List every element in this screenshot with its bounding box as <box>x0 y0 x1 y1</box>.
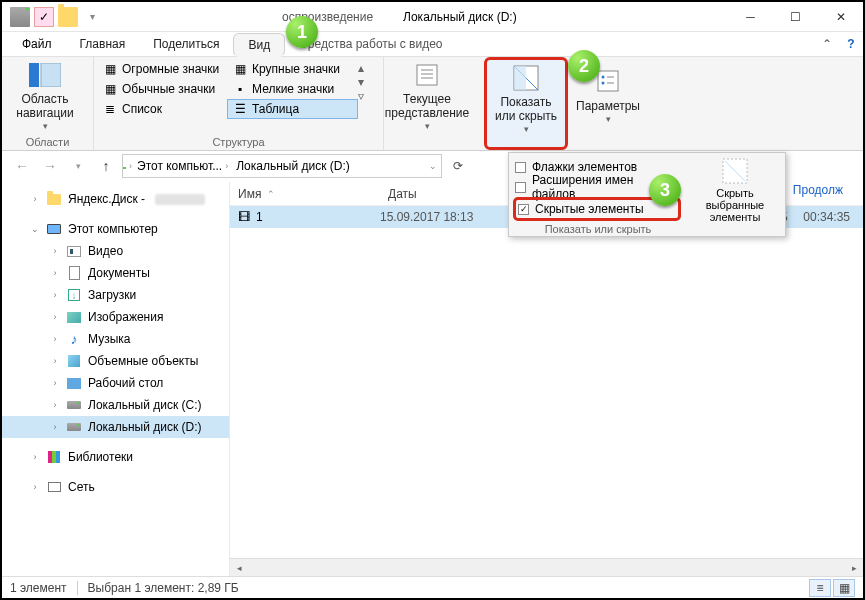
layout-large[interactable]: ▦Крупные значки <box>228 59 358 79</box>
horizontal-scrollbar[interactable]: ◂ ▸ <box>230 558 863 576</box>
layout-details[interactable]: ☰Таблица <box>227 99 358 119</box>
navigation-pane-label: Область навигации <box>6 93 84 121</box>
network-icon <box>46 479 62 495</box>
show-hide-icon <box>510 62 542 93</box>
view-details-button[interactable]: ≡ <box>809 579 831 597</box>
show-hide-dropdown: Флажки элементов Расширения имен файлов … <box>508 152 786 237</box>
navigation-pane-icon <box>29 59 61 90</box>
status-bar: 1 элемент Выбран 1 элемент: 2,89 ГБ ≡ ▦ <box>2 576 863 598</box>
checkbox-icon <box>515 182 526 193</box>
dropdown-group-label: Показать или скрыть <box>509 223 687 235</box>
layout-small[interactable]: ▪Мелкие значки <box>228 79 358 99</box>
crumb-this-pc[interactable]: Этот компьют...› <box>134 159 231 173</box>
qat-newfolder-icon[interactable] <box>58 7 78 27</box>
qat-properties-icon[interactable]: ✓ <box>34 7 54 27</box>
tree-videos[interactable]: ›Видео <box>2 240 229 262</box>
svg-rect-0 <box>29 63 39 87</box>
folder-icon <box>46 191 62 207</box>
library-icon <box>46 449 62 465</box>
scroll-left-icon[interactable]: ◂ <box>230 559 248 577</box>
layout-medium[interactable]: ▦Обычные значки <box>98 79 228 99</box>
svg-point-11 <box>602 82 605 85</box>
drive-icon <box>66 397 82 413</box>
group-layout-label: Структура <box>98 135 379 150</box>
scroll-right-icon[interactable]: ▸ <box>845 559 863 577</box>
layout-extra-large[interactable]: ▦Огромные значки <box>98 59 228 79</box>
grid-icon: ▦ <box>102 81 118 97</box>
qat-dropdown-icon[interactable]: ▾ <box>82 7 102 27</box>
tree-this-pc[interactable]: ⌄Этот компьютер <box>2 218 229 240</box>
help-button[interactable]: ? <box>839 32 863 56</box>
tab-view[interactable]: Вид <box>233 33 285 57</box>
back-button[interactable]: ← <box>10 154 34 178</box>
computer-icon <box>46 221 62 237</box>
tab-file[interactable]: Файл <box>8 32 66 56</box>
file-list-pane: Имя⌃ Даты 🎞1 15.09.2017 18:13 Файл "MTS"… <box>229 182 863 576</box>
download-icon: ↓ <box>66 287 82 303</box>
ribbon: Область навигации ▾ Области ▦Огромные зн… <box>2 57 863 151</box>
current-view-icon <box>411 59 443 90</box>
hide-selected-icon <box>721 157 749 185</box>
tree-documents[interactable]: ›Документы <box>2 262 229 284</box>
svg-rect-1 <box>41 63 61 87</box>
maximize-button[interactable]: ☐ <box>773 2 818 32</box>
annotation-1: 1 <box>286 16 318 48</box>
tree-yandex-disk[interactable]: ›Яндекс.Диск -xxx <box>2 188 229 210</box>
redacted-text: xxx <box>155 194 205 205</box>
address-dropdown-icon[interactable]: ⌄ <box>429 161 437 171</box>
tree-pictures[interactable]: ›Изображения <box>2 306 229 328</box>
checkbox-icon <box>515 162 526 173</box>
tree-desktop[interactable]: ›Рабочий стол <box>2 372 229 394</box>
continue-hint: Продолж <box>793 183 843 197</box>
tree-music[interactable]: ›♪Музыка <box>2 328 229 350</box>
drive-icon <box>66 419 82 435</box>
up-button[interactable]: ↑ <box>94 154 118 178</box>
status-item-count: 1 элемент <box>10 581 67 595</box>
svg-rect-8 <box>598 71 618 91</box>
status-selection: Выбран 1 элемент: 2,89 ГБ <box>88 581 239 595</box>
grid-icon: ▪ <box>232 81 248 97</box>
list-icon: ≣ <box>102 101 118 117</box>
svg-rect-2 <box>417 65 437 85</box>
group-panes-label: Области <box>6 135 89 150</box>
desktop-icon <box>66 375 82 391</box>
checkbox-icon: ✓ <box>518 204 529 215</box>
close-button[interactable]: ✕ <box>818 2 863 32</box>
recent-locations-button[interactable]: ▾ <box>66 154 90 178</box>
address-bar[interactable]: › Этот компьют...› Локальный диск (D:) ⌄ <box>122 154 442 178</box>
tree-3d-objects[interactable]: ›Объемные объекты <box>2 350 229 372</box>
tab-share[interactable]: Поделиться <box>139 32 233 56</box>
forward-button[interactable]: → <box>38 154 62 178</box>
tree-libraries[interactable]: ›Библиотеки <box>2 446 229 468</box>
refresh-button[interactable]: ⟳ <box>446 154 470 178</box>
quick-access-toolbar: ✓ ▾ <box>2 7 102 27</box>
tree-downloads[interactable]: ›↓Загрузки <box>2 284 229 306</box>
annotation-2: 2 <box>568 50 600 82</box>
layout-gallery[interactable]: ▦Огромные значки ▦Крупные значки ▦Обычны… <box>98 59 358 119</box>
hide-selected-button[interactable]: Скрыть выбранные элементы <box>685 153 785 236</box>
col-name[interactable]: Имя⌃ <box>230 187 380 201</box>
table-icon: ☰ <box>232 101 248 117</box>
layout-gallery-scroll[interactable]: ▴▾▿ <box>358 59 372 105</box>
current-view-button[interactable]: Текущее представление▾ <box>388 59 466 131</box>
image-icon <box>66 309 82 325</box>
grid-icon: ▦ <box>232 61 248 77</box>
tab-home[interactable]: Главная <box>66 32 140 56</box>
layout-list[interactable]: ≣Список <box>98 99 227 119</box>
ribbon-tabs: Файл Главная Поделиться Вид Средства раб… <box>2 32 863 57</box>
ribbon-collapse-button[interactable]: ⌃ <box>815 32 839 56</box>
window-title: Локальный диск (D:) <box>373 10 728 24</box>
show-hide-button[interactable]: Показать или скрыть▾ <box>491 62 561 134</box>
svg-point-9 <box>602 76 605 79</box>
crumb-drive-d[interactable]: Локальный диск (D:) <box>233 159 353 173</box>
video-icon <box>66 243 82 259</box>
video-file-icon: 🎞 <box>238 210 250 224</box>
tree-drive-c[interactable]: ›Локальный диск (C:) <box>2 394 229 416</box>
navigation-tree[interactable]: ›Яндекс.Диск -xxx ⌄Этот компьютер ›Видео… <box>2 182 229 576</box>
view-thumbnails-button[interactable]: ▦ <box>833 579 855 597</box>
document-icon <box>66 265 82 281</box>
tree-drive-d[interactable]: ›Локальный диск (D:) <box>2 416 229 438</box>
tree-network[interactable]: ›Сеть <box>2 476 229 498</box>
minimize-button[interactable]: ─ <box>728 2 773 32</box>
navigation-pane-button[interactable]: Область навигации ▾ <box>6 59 84 131</box>
